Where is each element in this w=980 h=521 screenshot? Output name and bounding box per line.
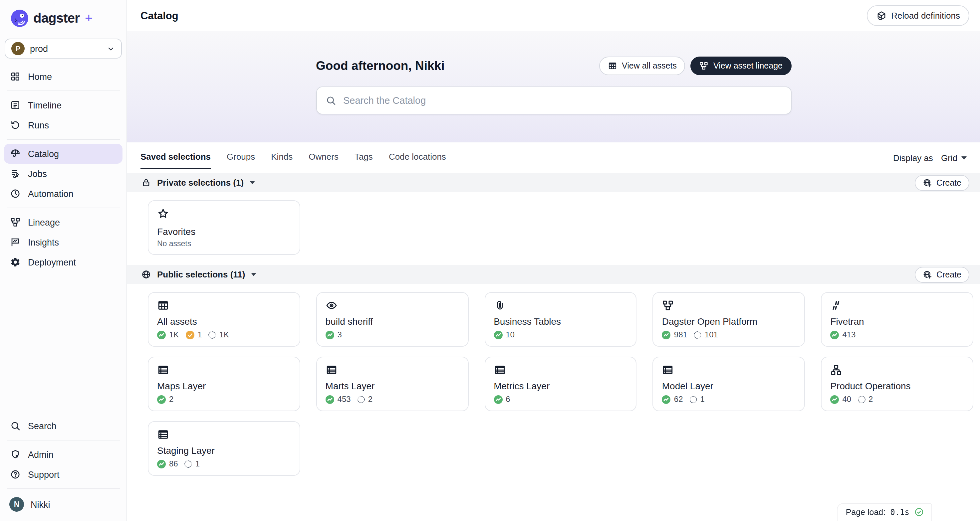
asset-count-materialized: 86 xyxy=(157,459,178,469)
brand-plus-badge: + xyxy=(85,11,92,26)
shield-admin-icon xyxy=(10,449,21,460)
globe-icon xyxy=(141,270,151,280)
materialized-status-icon xyxy=(326,395,334,403)
page-header: Catalog Reload definitions xyxy=(127,0,980,31)
sidebar-item-automation[interactable]: Automation xyxy=(4,184,123,203)
clock-icon xyxy=(10,188,21,199)
selection-card-favorites[interactable]: Favorites No assets xyxy=(148,200,300,255)
catalog-dome-icon xyxy=(10,148,21,159)
asset-count-materialized: 1K xyxy=(157,330,179,339)
never-materialized-status-icon xyxy=(694,331,702,338)
sidebar-item-deployment[interactable]: Deployment xyxy=(4,252,123,272)
sidebar-item-search[interactable]: Search xyxy=(4,416,123,436)
sidebar-item-support[interactable]: Support xyxy=(4,464,123,484)
materialized-status-icon xyxy=(494,395,502,403)
selection-card-build-sheriff[interactable]: build sheriff 3 xyxy=(316,292,469,347)
create-label: Create xyxy=(936,270,961,279)
user-avatar: N xyxy=(9,497,24,512)
view-asset-lineage-button[interactable]: View asset lineage xyxy=(691,57,791,75)
asset-status-counts: 4532 xyxy=(326,395,460,404)
gear-icon xyxy=(10,257,21,267)
brand-logo[interactable]: dagster + xyxy=(0,0,126,27)
asset-status-counts: 10 xyxy=(494,330,627,339)
sidebar-item-label: Deployment xyxy=(28,257,76,267)
card-title: Business Tables xyxy=(494,316,627,327)
materialized-status-icon xyxy=(494,330,502,339)
display-mode-dropdown[interactable]: Grid xyxy=(941,153,967,163)
catalog-hero: Good afternoon, Nikki View all assets Vi… xyxy=(127,31,980,142)
catalog-tabs: Saved selections Groups Kinds Owners Tag… xyxy=(140,152,446,169)
sidebar-item-label: Home xyxy=(28,71,52,81)
asset-status-counts: 3 xyxy=(326,330,460,339)
sidebar-item-jobs[interactable]: Jobs xyxy=(4,164,123,184)
sidebar-item-runs[interactable]: Runs xyxy=(4,115,123,135)
reload-definitions-label: Reload definitions xyxy=(891,11,960,21)
selection-card-business-tables[interactable]: Business Tables 10 xyxy=(484,292,637,347)
star-icon xyxy=(157,208,169,219)
selection-card-all-assets[interactable]: All assets 1K11K xyxy=(148,292,300,347)
selection-card-marts-layer[interactable]: Marts Layer 4532 xyxy=(316,357,469,411)
display-as-control: Display as Grid xyxy=(893,153,967,169)
sidebar-item-catalog[interactable]: Catalog xyxy=(4,144,123,164)
asset-status-counts: 981101 xyxy=(662,330,796,339)
tab-kinds[interactable]: Kinds xyxy=(271,152,293,169)
cube-reload-icon xyxy=(876,10,886,21)
card-title: build sheriff xyxy=(326,316,460,327)
sidebar-item-admin[interactable]: Admin xyxy=(4,445,123,464)
asset-count-materialized: 981 xyxy=(662,330,687,339)
lineage-graph-icon xyxy=(662,299,674,311)
table-rows-icon xyxy=(662,364,674,376)
sidebar-item-timeline[interactable]: Timeline xyxy=(4,95,123,115)
sidebar-item-label: Automation xyxy=(28,189,73,199)
chevron-down-icon xyxy=(107,44,115,53)
tab-groups[interactable]: Groups xyxy=(227,152,255,169)
asset-status-counts: 861 xyxy=(157,459,291,469)
check-circle-icon xyxy=(914,507,924,517)
asset-count-materialized: 413 xyxy=(830,330,856,339)
dagster-app-window: dagster + P prod Home Timeline Runs xyxy=(0,0,980,521)
tab-owners[interactable]: Owners xyxy=(309,152,339,169)
lineage-graph-icon xyxy=(699,61,709,70)
reload-definitions-button[interactable]: Reload definitions xyxy=(867,5,969,26)
sidebar-item-label: Admin xyxy=(28,450,54,459)
private-selections-grid: Favorites No assets xyxy=(127,192,980,255)
tab-tags[interactable]: Tags xyxy=(355,152,373,169)
selection-card-dagster-open-platform[interactable]: Dagster Open Platform 981101 xyxy=(653,292,805,347)
sitemap-icon xyxy=(830,364,842,376)
sidebar-item-label: Runs xyxy=(28,120,49,130)
eye-icon xyxy=(326,299,337,311)
dagster-octopus-icon xyxy=(11,9,29,27)
catalog-search-input[interactable] xyxy=(342,94,782,106)
user-menu[interactable]: N Nikki xyxy=(4,493,123,516)
page-load-label: Page load: xyxy=(846,507,886,517)
deployment-switcher[interactable]: P prod xyxy=(5,38,122,59)
create-private-selection-button[interactable]: Create xyxy=(915,175,969,191)
sidebar-item-insights[interactable]: Insights xyxy=(4,232,123,252)
catalog-search xyxy=(316,86,791,114)
tab-saved-selections[interactable]: Saved selections xyxy=(140,152,211,169)
selection-card-fivetran[interactable]: Fivetran 413 xyxy=(821,292,973,347)
paperclip-icon xyxy=(494,299,506,311)
asset-count-materialized: 3 xyxy=(326,330,342,339)
selection-card-model-layer[interactable]: Model Layer 621 xyxy=(653,357,805,411)
asset-status-counts: 402 xyxy=(830,395,964,404)
never-materialized-status-icon xyxy=(209,331,216,338)
private-selections-toggle[interactable]: Private selections (1) xyxy=(141,178,255,187)
warning-status-icon xyxy=(185,330,194,339)
view-all-assets-button[interactable]: View all assets xyxy=(599,57,686,75)
jobs-doc-icon xyxy=(10,168,21,179)
materialized-status-icon xyxy=(662,330,671,339)
fivetran-icon xyxy=(830,299,842,311)
divider xyxy=(7,91,120,91)
sidebar-item-lineage[interactable]: Lineage xyxy=(4,212,123,232)
selection-card-product-operations[interactable]: Product Operations 402 xyxy=(821,357,973,411)
selection-card-metrics-layer[interactable]: Metrics Layer 6 xyxy=(484,357,637,411)
main-content: Catalog Reload definitions Good afternoo… xyxy=(127,0,980,521)
selection-card-maps-layer[interactable]: Maps Layer 2 xyxy=(148,357,300,411)
tab-code-locations[interactable]: Code locations xyxy=(389,152,446,169)
lock-icon xyxy=(141,178,151,187)
sidebar-item-home[interactable]: Home xyxy=(4,67,123,86)
selection-card-staging-layer[interactable]: Staging Layer 861 xyxy=(148,421,300,476)
public-selections-toggle[interactable]: Public selections (11) xyxy=(141,270,256,280)
create-public-selection-button[interactable]: Create xyxy=(915,267,969,283)
